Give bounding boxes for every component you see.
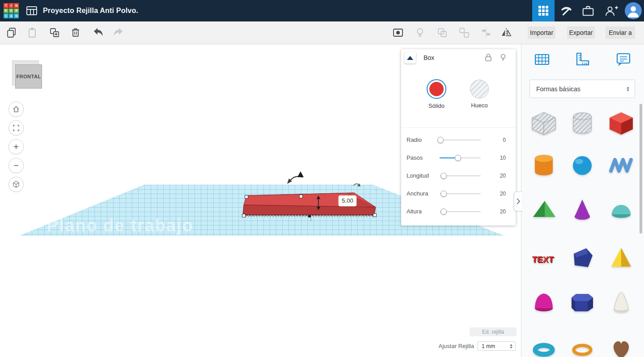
shape-pyramid[interactable]	[606, 243, 637, 274]
align-button[interactable]	[480, 26, 492, 39]
mirror-button[interactable]	[500, 26, 513, 39]
perspective-toggle-button[interactable]	[8, 177, 24, 192]
duplicate-button[interactable]	[48, 26, 61, 39]
import-button[interactable]: Importar	[528, 26, 555, 39]
shape-inspector: Box Sólido Hueco Radio0Pasos10Longitud20…	[401, 49, 516, 225]
lock-icon	[484, 53, 493, 62]
ungroup-button[interactable]	[458, 26, 470, 39]
shape-box[interactable]	[606, 108, 637, 139]
shape-paraboloid[interactable]	[528, 287, 559, 318]
delete-button[interactable]	[69, 26, 82, 39]
group-button[interactable]	[436, 26, 449, 39]
height-scale-handle[interactable]	[297, 171, 304, 177]
shape-soft-cone[interactable]	[606, 287, 637, 318]
shape-transparent-box[interactable]	[528, 108, 559, 139]
svg-text:TEXT: TEXT	[532, 255, 554, 264]
edit-toolbar: Importar Exportar Enviar a	[0, 21, 644, 44]
slider-row-pasos: Pasos10	[401, 149, 516, 167]
lock-button[interactable]	[483, 52, 493, 62]
slider-value: 20	[500, 203, 506, 221]
selected-shape[interactable]: 5.00	[239, 170, 378, 226]
show-all-button[interactable]	[392, 26, 404, 39]
slider-handle[interactable]	[441, 208, 447, 215]
zoom-in-button[interactable]	[8, 139, 24, 154]
undo-icon	[92, 26, 104, 39]
fit-view-button[interactable]	[8, 120, 24, 136]
shape-scribble[interactable]	[606, 150, 637, 181]
shape-sphere[interactable]	[567, 150, 598, 181]
slider-track[interactable]	[440, 211, 481, 212]
lightbulb-icon	[499, 53, 508, 62]
undo-button[interactable]	[92, 26, 104, 39]
slider-row-radio: Radio0	[401, 131, 516, 149]
minus-icon	[12, 162, 20, 170]
document-title[interactable]: Proyecto Rejilla Anti Polvo.	[43, 0, 138, 21]
scale-handle[interactable]	[242, 214, 246, 217]
shape-hex-prism[interactable]	[567, 287, 598, 318]
panel-collapse-tab[interactable]	[514, 191, 522, 211]
visibility-button[interactable]	[498, 52, 508, 62]
align-icon	[480, 26, 492, 39]
edit-grid-button[interactable]: Ed. rejilla	[470, 327, 517, 336]
dashboard-icon[interactable]	[24, 0, 39, 21]
shape-polygon[interactable]	[567, 243, 598, 274]
slider-track[interactable]	[440, 157, 481, 158]
logo-tile: R	[14, 8, 19, 13]
view-cube[interactable]: FRONTAL	[12, 60, 44, 89]
slider-value: 10	[500, 149, 506, 167]
zoom-out-button[interactable]	[8, 158, 24, 173]
shape-half-sphere[interactable]	[606, 195, 637, 226]
snap-grid-dropdown[interactable]: 1 mm	[478, 341, 516, 351]
slider-label: Pasos	[407, 149, 423, 167]
scale-handle[interactable]	[245, 196, 248, 199]
slider-track[interactable]	[440, 193, 481, 194]
export-button[interactable]: Exportar	[567, 26, 595, 39]
trash-icon	[69, 26, 82, 39]
panel-scrollbar[interactable]	[640, 104, 642, 234]
solid-option[interactable]: Sólido	[419, 79, 454, 109]
send-to-button[interactable]: Enviar a	[606, 26, 635, 39]
dropdown-caret-icon	[510, 343, 513, 350]
shape-cylinder[interactable]	[528, 150, 559, 181]
logo-tile: K	[4, 8, 8, 13]
copy-icon	[5, 26, 18, 39]
slider-track[interactable]	[440, 140, 481, 140]
shape-roof[interactable]	[528, 195, 559, 226]
tools-button[interactable]	[556, 0, 576, 21]
shape-tube[interactable]	[567, 333, 598, 357]
slider-track[interactable]	[440, 175, 481, 176]
slider-list: Radio0Pasos10Longitud20Anchura20Altura20	[401, 131, 516, 221]
chevron-up-icon	[407, 56, 413, 60]
scale-handle[interactable]	[373, 214, 377, 217]
midpoint-handle[interactable]	[308, 215, 311, 217]
tinkercad-logo[interactable]: TINKERCAD	[4, 3, 19, 18]
logo-tile: D	[14, 13, 19, 18]
slider-handle[interactable]	[441, 191, 447, 197]
shape-text[interactable]: TEXTTEXT	[528, 243, 559, 274]
mirror-icon	[500, 26, 513, 39]
view-cube-face[interactable]: FRONTAL	[15, 64, 42, 89]
hide-button[interactable]	[414, 26, 426, 39]
scale-handle[interactable]	[300, 195, 303, 198]
shape-torus[interactable]	[528, 333, 559, 357]
copy-button[interactable]	[5, 26, 18, 39]
home-view-button[interactable]	[8, 102, 24, 117]
slider-handle[interactable]	[437, 137, 444, 143]
redo-button[interactable]	[112, 26, 125, 39]
inspector-title: Box	[424, 49, 434, 66]
shape-heart[interactable]	[606, 333, 637, 357]
dimension-value[interactable]: 5.00	[342, 197, 353, 204]
inspector-collapse-button[interactable]	[404, 52, 416, 64]
invite-user-button[interactable]	[601, 0, 622, 21]
slider-handle[interactable]	[441, 173, 447, 179]
workspaces-active-tab[interactable]	[532, 0, 555, 21]
avatar[interactable]	[625, 2, 642, 19]
slider-handle[interactable]	[455, 155, 461, 161]
shape-cone[interactable]	[567, 195, 598, 226]
briefcase-button[interactable]	[578, 0, 598, 21]
shape-transparent-cylinder[interactable]	[567, 108, 598, 139]
hole-option[interactable]: Hueco	[462, 79, 497, 109]
logo-tile: E	[9, 8, 14, 13]
slider-label: Radio	[407, 131, 422, 149]
paste-button[interactable]	[26, 26, 38, 39]
